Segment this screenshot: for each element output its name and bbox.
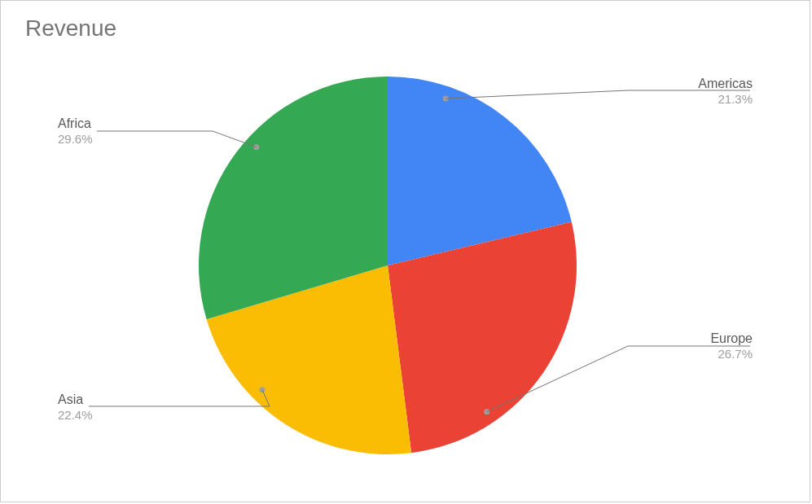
label-name: Europe [710,331,753,347]
pie-chart: Revenue Americas 21.3% Europe 26.7% Asia… [0,0,810,502]
label-pct: 29.6% [58,132,93,147]
label-name: Africa [58,116,93,132]
svg-line-7 [262,390,270,406]
leader-lines [1,1,811,503]
svg-line-1 [446,90,628,99]
svg-line-10 [213,131,257,147]
label-pct: 22.4% [58,408,93,423]
label-name: Asia [58,392,93,408]
label-americas: Americas 21.3% [698,76,753,107]
label-pct: 26.7% [710,347,753,362]
label-europe: Europe 26.7% [710,331,753,362]
pie-wrapper: Americas 21.3% Europe 26.7% Asia 22.4% A… [1,1,810,502]
label-asia: Asia 22.4% [58,392,93,423]
label-africa: Africa 29.6% [58,116,93,147]
label-pct: 21.3% [698,92,753,107]
svg-line-4 [487,346,628,412]
label-name: Americas [698,76,753,92]
